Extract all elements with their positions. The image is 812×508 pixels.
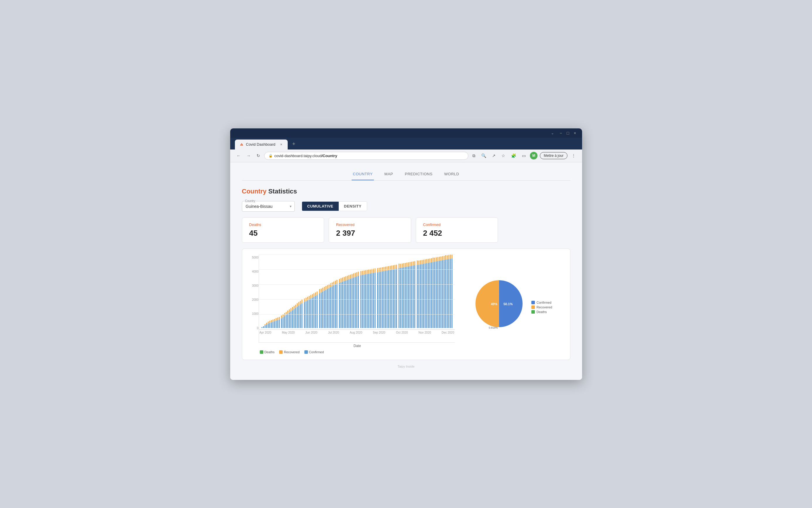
svg-rect-119 <box>356 272 357 276</box>
svg-rect-141 <box>374 268 375 272</box>
svg-rect-42 <box>293 306 294 309</box>
svg-rect-147 <box>380 267 381 271</box>
bars-area: // Generated inline bars <box>259 255 455 330</box>
legend-deaths-color <box>260 350 263 354</box>
cumulative-toggle[interactable]: CUMULATIVE <box>302 202 339 211</box>
svg-rect-55 <box>306 301 307 328</box>
svg-rect-186 <box>411 261 412 265</box>
svg-rect-32 <box>286 312 286 315</box>
bars-aug <box>339 271 359 328</box>
pie-and-legend: 49% 50.1% 0.919% Confirmed Re <box>473 277 552 331</box>
back-button[interactable]: ← <box>235 152 243 159</box>
svg-rect-59 <box>309 299 310 328</box>
svg-rect-121 <box>358 271 359 276</box>
maximize-button[interactable]: □ <box>566 131 570 135</box>
translate-button[interactable]: ⧉ <box>471 152 477 160</box>
dropdown-arrow-icon: ▾ <box>290 204 291 208</box>
svg-rect-79 <box>324 287 325 291</box>
svg-rect-233 <box>447 255 447 259</box>
svg-rect-215 <box>434 261 435 328</box>
svg-rect-31 <box>286 315 286 328</box>
density-toggle[interactable]: DENSITY <box>339 202 367 211</box>
forward-button[interactable]: → <box>245 152 252 159</box>
page-title: Country Statistics <box>242 187 570 195</box>
recovered-value: 2 397 <box>336 229 404 238</box>
pie-legend-recovered: Recovered <box>531 305 552 309</box>
country-select[interactable]: Country Guinea-Bissau ▾ <box>242 201 295 212</box>
svg-rect-120 <box>358 276 359 328</box>
refresh-button[interactable]: ↻ <box>255 152 262 159</box>
svg-rect-34 <box>287 310 288 314</box>
svg-rect-96 <box>339 283 339 328</box>
x-label-aug: Aug 2020 <box>350 331 362 342</box>
svg-rect-164 <box>395 269 395 328</box>
tab-favicon <box>240 142 244 146</box>
svg-rect-94 <box>336 284 337 328</box>
svg-rect-106 <box>347 280 348 328</box>
svg-rect-193 <box>417 260 417 261</box>
sidebar-button[interactable]: ▭ <box>520 152 528 159</box>
new-tab-button[interactable]: + <box>290 140 298 148</box>
svg-rect-66 <box>313 293 314 297</box>
extensions-button[interactable]: 🧩 <box>510 152 518 159</box>
svg-rect-149 <box>382 267 383 271</box>
svg-rect-221 <box>439 261 440 328</box>
svg-rect-153 <box>385 266 385 270</box>
svg-rect-122 <box>360 275 361 328</box>
y-label-5000: 5000 <box>248 256 259 259</box>
svg-rect-125 <box>362 270 363 275</box>
page-nav: COUNTRY MAP PREDICTIONS WORLD <box>242 169 570 180</box>
more-options-button[interactable]: ⋮ <box>570 152 577 159</box>
svg-rect-214 <box>433 257 434 258</box>
svg-rect-166 <box>396 268 397 328</box>
y-label-1000: 1000 <box>248 312 259 315</box>
lock-icon: 🔒 <box>269 154 273 158</box>
svg-rect-123 <box>360 271 361 275</box>
svg-rect-183 <box>409 266 410 328</box>
close-button[interactable]: × <box>573 131 577 135</box>
active-tab[interactable]: Covid Dashboard × <box>235 139 288 150</box>
minimize-button[interactable]: − <box>559 131 563 135</box>
svg-rect-146 <box>380 271 381 328</box>
nav-predictions[interactable]: PREDICTIONS <box>404 169 434 180</box>
svg-rect-18 <box>274 319 275 321</box>
svg-rect-176 <box>403 263 404 267</box>
svg-rect-140 <box>374 272 375 328</box>
footer-text: Taipy Inside <box>397 365 414 368</box>
svg-rect-14 <box>271 320 272 323</box>
svg-rect-69 <box>316 295 317 328</box>
x-label-may: May 2020 <box>282 331 295 342</box>
page-title-rest: Statistics <box>267 187 297 195</box>
bookmark-button[interactable]: ☆ <box>500 152 507 159</box>
update-button[interactable]: Mettre à jour <box>540 152 567 159</box>
svg-rect-101 <box>342 277 343 282</box>
svg-rect-194 <box>418 264 419 328</box>
address-bar[interactable]: 🔒 covid-dashboard.taipy.cloud/Country <box>264 152 469 160</box>
nav-world[interactable]: WORLD <box>443 169 460 180</box>
pie-legend-recovered-color <box>531 305 535 309</box>
page-content: COUNTRY MAP PREDICTIONS WORLD Country St… <box>230 162 582 380</box>
nav-country[interactable]: COUNTRY <box>352 169 374 180</box>
svg-rect-16 <box>273 320 273 322</box>
tab-close-icon[interactable]: × <box>280 142 283 147</box>
svg-rect-33 <box>287 314 288 328</box>
svg-rect-4 <box>263 326 263 328</box>
user-avatar[interactable]: M <box>530 152 537 160</box>
svg-rect-17 <box>274 321 275 328</box>
svg-rect-169 <box>399 264 399 268</box>
nav-actions: ⧉ 🔍 ↗ ☆ 🧩 ▭ M Mettre à jour ⋮ <box>471 152 577 160</box>
svg-rect-104 <box>345 280 346 328</box>
y-label-4000: 4000 <box>248 270 259 273</box>
svg-rect-26 <box>281 315 282 319</box>
zoom-button[interactable]: 🔍 <box>480 152 488 159</box>
share-button[interactable]: ↗ <box>490 152 497 159</box>
svg-rect-45 <box>296 307 297 328</box>
svg-rect-182 <box>408 262 409 266</box>
svg-rect-148 <box>382 271 383 328</box>
pie-wrapper: 49% 50.1% 0.919% <box>473 277 526 331</box>
svg-rect-211 <box>431 258 432 262</box>
nav-map[interactable]: MAP <box>383 169 395 180</box>
svg-rect-40 <box>292 307 293 310</box>
svg-rect-198 <box>421 264 422 328</box>
y-label-2000: 2000 <box>248 298 259 301</box>
